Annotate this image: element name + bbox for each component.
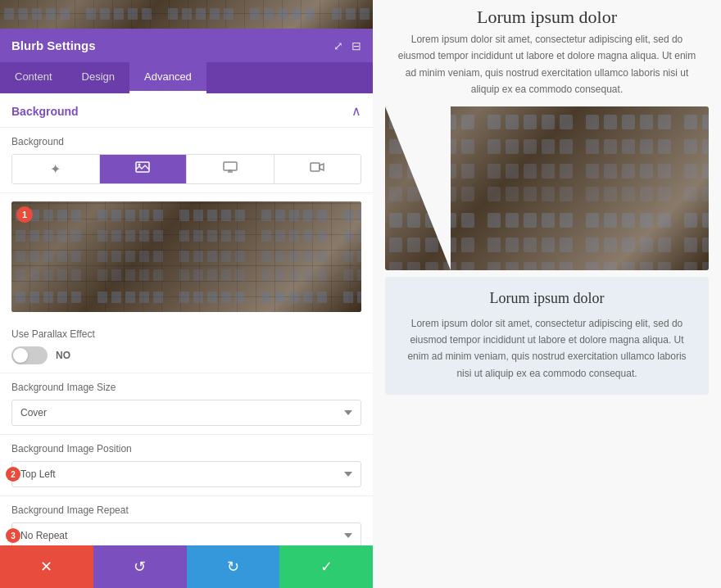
image-preview-wrapper: 1 [11, 201, 361, 312]
cancel-icon: ✕ [40, 558, 52, 576]
bg-type-buttons: ✦ [11, 154, 361, 184]
tab-design[interactable]: Design [67, 62, 129, 93]
section-title: Background [11, 105, 79, 118]
panel-body: Background ∧ Background ✦ [0, 93, 373, 588]
panel-header: Blurb Settings ⤢ ⊟ [0, 29, 373, 62]
toggle-row: NO [11, 346, 361, 364]
position-badge: 2 [6, 467, 20, 482]
redo-icon: ↻ [227, 558, 239, 576]
background-type-field: Background ✦ [0, 128, 373, 193]
video-icon [310, 161, 324, 173]
tab-content[interactable]: Content [0, 62, 67, 93]
bg-size-label: Background Image Size [11, 382, 361, 393]
action-bar: ✕ ↺ ↻ ✓ [0, 545, 373, 588]
bg-size-field: Background Image Size Cover Contain Actu… [0, 373, 373, 435]
background-label: Background [11, 136, 361, 147]
preview-card-title: Lorum ipsum dolor [401, 290, 692, 307]
image-icon [135, 161, 150, 173]
preview-top-title: Lorum ipsum dolor [385, 0, 709, 31]
preview-panel: Lorum ipsum dolor Lorem ipsum dolor sit … [373, 0, 721, 588]
repeat-badge: 3 [6, 528, 20, 543]
bg-position-wrapper: 2 Top Left Top Center Top Right Center [11, 461, 361, 487]
svg-point-1 [138, 164, 141, 166]
bg-repeat-label: Background Image Repeat [11, 504, 361, 516]
bg-type-gradient[interactable] [187, 155, 274, 183]
bg-size-select[interactable]: Cover Contain Actual Size Custom [11, 400, 361, 426]
bg-position-label: Background Image Position [11, 443, 361, 455]
columns-icon[interactable]: ⊟ [351, 39, 361, 52]
parallax-field: Use Parallax Effect NO [0, 320, 373, 373]
background-image [11, 201, 361, 312]
blurb-settings: Blurb Settings ⤢ ⊟ Content Design Advanc… [0, 29, 373, 588]
preview-card: Lorum ipsum dolor Lorem ipsum dolor sit … [385, 277, 709, 396]
redo-button[interactable]: ↻ [187, 545, 280, 588]
parallax-label: Use Parallax Effect [11, 328, 361, 340]
section-background: Background ∧ [0, 93, 373, 128]
toggle-knob [13, 348, 28, 363]
svg-rect-2 [224, 162, 237, 170]
bg-position-field: Background Image Position 2 Top Left Top… [0, 435, 373, 496]
bg-type-color[interactable] [100, 155, 188, 183]
preview-building-image [385, 106, 709, 270]
undo-icon: ↺ [134, 558, 146, 576]
preview-card-text: Lorem ipsum dolor sit amet, consectetur … [401, 315, 692, 382]
expand-icon[interactable]: ⤢ [333, 39, 343, 52]
bg-type-none[interactable]: ✦ [12, 155, 100, 183]
parallax-value: NO [56, 350, 70, 361]
svg-rect-5 [311, 163, 320, 171]
panel-header-icons: ⤢ ⊟ [333, 39, 361, 52]
image-preview[interactable]: 1 [11, 201, 361, 312]
save-button[interactable]: ✓ [279, 545, 373, 588]
bg-type-video[interactable] [274, 155, 361, 183]
section-toggle-icon[interactable]: ∧ [351, 103, 361, 119]
image-badge: 1 [16, 206, 33, 223]
save-icon: ✓ [320, 558, 333, 576]
preview-top-text: Lorem ipsum dolor sit amet, consectetur … [385, 31, 709, 106]
monitor-icon [223, 161, 238, 173]
panel-tabs: Content Design Advanced [0, 62, 373, 93]
tab-advanced[interactable]: Advanced [129, 62, 206, 93]
parallax-toggle[interactable] [11, 346, 48, 364]
panel-title: Blurb Settings [11, 38, 96, 52]
cancel-button[interactable]: ✕ [0, 545, 93, 588]
settings-panel: Blurb Settings ⤢ ⊟ Content Design Advanc… [0, 0, 373, 588]
top-image-strip [0, 0, 373, 29]
undo-button[interactable]: ↺ [93, 545, 187, 588]
bg-position-select[interactable]: Top Left Top Center Top Right Center [11, 461, 361, 487]
